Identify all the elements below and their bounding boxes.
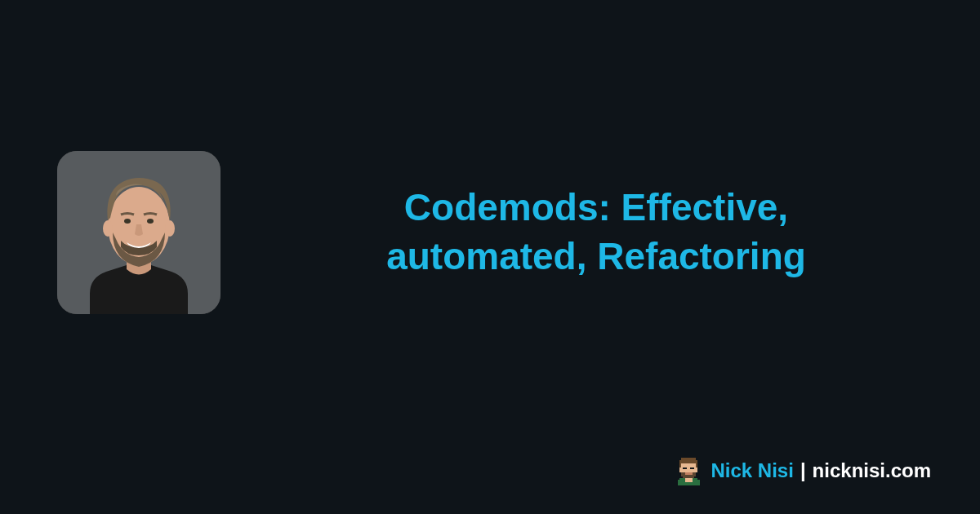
author-name: Nick Nisi: [711, 459, 794, 482]
svg-point-3: [147, 219, 154, 224]
svg-rect-11: [679, 467, 680, 473]
author-avatar: [57, 151, 220, 314]
divider: |: [800, 459, 806, 482]
title-area: Codemods: Effective, automated, Refactor…: [270, 184, 923, 281]
svg-rect-16: [683, 476, 694, 478]
svg-point-5: [165, 220, 175, 237]
svg-rect-13: [683, 467, 687, 469]
svg-rect-17: [684, 472, 692, 474]
site-url: nicknisi.com: [813, 459, 931, 482]
svg-point-4: [103, 220, 113, 237]
svg-point-2: [124, 219, 131, 224]
page-title: Codemods: Effective, automated, Refactor…: [310, 184, 882, 281]
footer: Nick Nisi | nicknisi.com: [674, 456, 932, 485]
svg-rect-14: [690, 467, 694, 469]
svg-rect-20: [684, 478, 692, 482]
svg-rect-12: [696, 467, 697, 473]
pixel-avatar-icon: [674, 456, 703, 485]
card-container: Codemods: Effective, automated, Refactor…: [0, 0, 980, 514]
footer-text: Nick Nisi | nicknisi.com: [711, 459, 932, 482]
